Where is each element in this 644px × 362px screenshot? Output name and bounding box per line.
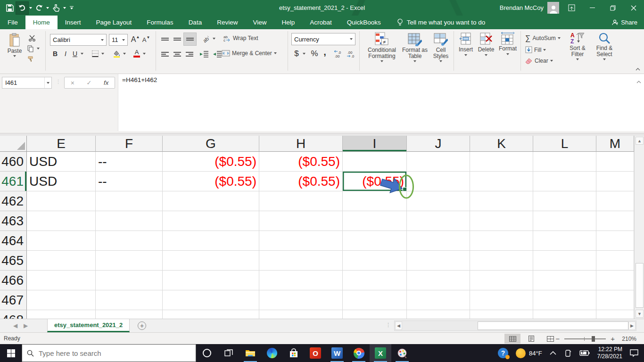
page-layout-view-button[interactable] [523, 334, 539, 344]
chrome-button[interactable] [348, 344, 370, 362]
copy-dropdown[interactable] [37, 48, 40, 49]
new-sheet-button[interactable]: + [138, 321, 146, 330]
col-header-H[interactable]: H [259, 136, 343, 152]
orientation-dropdown[interactable] [213, 38, 215, 40]
zoom-in-button[interactable]: + [611, 335, 615, 343]
tab-view[interactable]: View [245, 16, 274, 29]
decrease-indent-button[interactable] [198, 49, 210, 59]
format-painter-button[interactable] [26, 55, 35, 63]
copy-button[interactable] [26, 44, 35, 53]
ribbon-display-options-button[interactable] [561, 0, 582, 16]
tab-data[interactable]: Data [181, 16, 210, 29]
middle-align-button[interactable] [172, 34, 183, 44]
cell-I461[interactable]: ($0.55) [343, 172, 407, 191]
bottom-align-button[interactable] [184, 33, 196, 45]
word-button[interactable]: W [326, 344, 348, 362]
decrease-font-size-button[interactable]: A▼ [141, 34, 151, 45]
cell-I468[interactable] [343, 310, 407, 319]
cortana-button[interactable] [196, 344, 218, 362]
cell-M464[interactable] [596, 231, 634, 251]
select-all-corner[interactable] [0, 136, 27, 152]
cell-L466[interactable] [533, 271, 596, 290]
excel-button[interactable]: X [370, 344, 391, 362]
cell-E468[interactable] [27, 310, 96, 319]
decrease-decimal-button[interactable]: .00.0 [345, 48, 356, 59]
zoom-out-button[interactable]: − [555, 335, 560, 343]
cell-J460[interactable] [407, 152, 470, 172]
sort-filter-button[interactable]: AZ Sort & Filter [564, 32, 591, 72]
cell-I460[interactable] [343, 152, 407, 172]
normal-view-button[interactable] [504, 334, 520, 344]
cell-L460[interactable] [533, 152, 596, 172]
cell-G460[interactable]: ($0.55) [163, 152, 259, 172]
store-button[interactable] [283, 344, 305, 362]
tab-help[interactable]: Help [274, 16, 302, 29]
cell-K463[interactable] [470, 211, 533, 231]
cell-K466[interactable] [470, 271, 533, 290]
share-button[interactable]: Share [612, 16, 637, 29]
row-header-460[interactable]: 460 [0, 152, 27, 172]
col-header-M[interactable]: M [596, 136, 634, 152]
tab-review[interactable]: Review [209, 16, 245, 29]
align-right-button[interactable] [184, 49, 195, 59]
cell-I465[interactable] [343, 251, 407, 271]
cell-H462[interactable] [259, 191, 343, 211]
cell-H468[interactable] [259, 310, 343, 319]
action-center-icon[interactable] [630, 349, 638, 357]
name-box-dropdown[interactable] [44, 77, 51, 88]
tab-file[interactable]: File [0, 16, 25, 29]
cell-K468[interactable] [470, 310, 533, 319]
format-as-table-button[interactable]: Format as Table [401, 32, 429, 70]
hidden-icons-chevron[interactable] [550, 351, 556, 355]
font-color-dropdown[interactable] [143, 53, 146, 55]
cell-J466[interactable] [407, 271, 470, 290]
cell-G461[interactable]: ($0.55) [163, 172, 259, 191]
zoom-slider-thumb[interactable] [592, 336, 595, 342]
cell-M466[interactable] [596, 271, 634, 290]
cell-M468[interactable] [596, 310, 634, 319]
cell-E460[interactable]: USD [27, 152, 96, 172]
align-center-button[interactable] [172, 49, 183, 59]
fill-color-button[interactable] [111, 49, 122, 58]
delete-cells-button[interactable]: Delete [476, 32, 496, 70]
help-tray-icon[interactable]: ? [498, 348, 508, 358]
row-header-466[interactable]: 466 [0, 271, 27, 290]
tab-acrobat[interactable]: Acrobat [302, 16, 339, 29]
cell-F462[interactable] [96, 191, 163, 211]
zoom-level[interactable]: 210% [619, 336, 636, 342]
cell-F461[interactable]: -- [96, 172, 163, 191]
autosum-button[interactable]: ∑ AutoSum [525, 34, 561, 42]
increase-font-size-button[interactable]: A▲ [130, 34, 140, 45]
cell-K464[interactable] [470, 231, 533, 251]
scroll-right-button[interactable]: ▶ [628, 321, 636, 330]
cell-H461[interactable]: ($0.55) [259, 172, 343, 191]
fill-color-dropdown[interactable] [123, 53, 126, 55]
find-select-button[interactable]: Find & Select [592, 32, 617, 72]
cell-J465[interactable] [407, 251, 470, 271]
vertical-scroll-thumb[interactable] [636, 263, 644, 308]
cell-E466[interactable] [27, 271, 96, 290]
cell-L468[interactable] [533, 310, 596, 319]
cell-H464[interactable] [259, 231, 343, 251]
fill-button[interactable]: Fill [525, 46, 546, 53]
cell-I466[interactable] [343, 271, 407, 290]
col-header-F[interactable]: F [96, 136, 163, 152]
cell-J464[interactable] [407, 231, 470, 251]
underline-button[interactable]: U [71, 49, 79, 58]
minimize-button[interactable] [582, 0, 603, 16]
cell-E467[interactable] [27, 290, 96, 310]
office-button[interactable]: O [305, 344, 326, 362]
scroll-up-button[interactable]: ▲ [636, 137, 644, 145]
paste-button[interactable]: Paste [4, 33, 25, 65]
cell-F463[interactable] [96, 211, 163, 231]
clock-tray-item[interactable]: 12:22 PM 7/28/2021 [597, 346, 622, 360]
cell-H466[interactable] [259, 271, 343, 290]
cell-L461[interactable] [533, 172, 596, 191]
col-header-G[interactable]: G [163, 136, 259, 152]
col-header-E[interactable]: E [27, 136, 96, 152]
cell-L462[interactable] [533, 191, 596, 211]
number-format-combo[interactable]: Currency [291, 33, 355, 45]
edge-button[interactable] [261, 344, 283, 362]
cell-M461[interactable] [596, 172, 634, 191]
cell-F465[interactable] [96, 251, 163, 271]
